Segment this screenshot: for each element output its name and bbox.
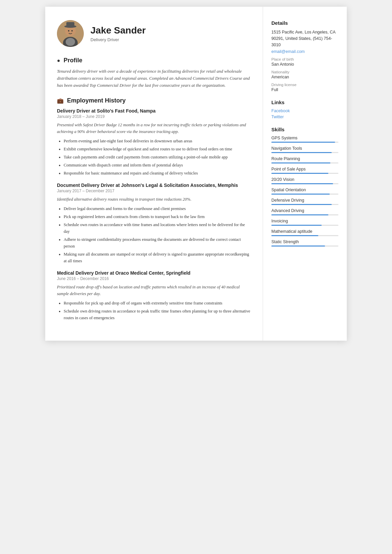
detail-address: 1515 Pacific Ave, Los Angeles, CA 90291,… xyxy=(271,29,338,48)
skill-bar-fill xyxy=(271,204,332,205)
skill-bar-background xyxy=(271,225,338,226)
list-item: Making sure all documents are stamped or… xyxy=(64,251,251,264)
skill-name: Navigation Tools xyxy=(271,146,338,151)
skill-bar-fill xyxy=(271,162,330,163)
skill-bar-fill xyxy=(271,183,333,184)
list-item: Schedule own routes in accordance with t… xyxy=(64,221,251,235)
list-item: Responsible for pick up and drop off of … xyxy=(64,300,251,306)
job-2-description: Identified alternative delivery routes r… xyxy=(57,196,251,203)
place-of-birth-label: Place of birth xyxy=(271,57,338,61)
candidate-subtitle: Delivery Driver xyxy=(90,37,146,42)
profile-label: Profile xyxy=(64,57,82,64)
place-of-birth-value: San Antonio xyxy=(271,62,338,67)
details-heading: Details xyxy=(271,20,338,26)
left-column: Jake Sander Delivery Driver ● Profile Te… xyxy=(45,7,263,341)
skill-name: Advanced Driving xyxy=(271,208,338,213)
facebook-link[interactable]: Facebook xyxy=(271,109,338,113)
employment-label: Employment History xyxy=(67,97,126,104)
nationality-value: American xyxy=(271,75,338,79)
skill-name: Invoicing xyxy=(271,219,338,223)
skills-heading: Skills xyxy=(271,127,338,132)
skill-name: GPS Systems xyxy=(271,136,338,140)
profile-text: Tenured delivery driver with over a deca… xyxy=(57,68,251,89)
skill-item: Invoicing xyxy=(271,219,338,226)
job-1: Delivery Driver at Solito's Fast Food, N… xyxy=(57,108,251,177)
skill-name: Static Strength xyxy=(271,239,338,244)
detail-email: email@email.com xyxy=(271,49,338,54)
list-item: Perform evening and late-night fast food… xyxy=(64,138,251,144)
job-1-description: Presented with Safest Driver Badge 12 mo… xyxy=(57,122,251,135)
list-item: Exhibit comprehensive knowledge of quick… xyxy=(64,146,251,152)
skill-bar-background xyxy=(271,173,338,174)
skill-bar-fill xyxy=(271,152,332,153)
job-2-title: Document Delivery Driver at Johnson's Le… xyxy=(57,183,251,188)
list-item: Responsible for basic maintenance and re… xyxy=(64,170,251,177)
skill-name: Route Planning xyxy=(271,156,338,161)
header-text: Jake Sander Delivery Driver xyxy=(90,25,146,42)
skill-item: GPS Systems xyxy=(271,136,338,143)
skill-name: 20/20 Vision xyxy=(271,177,338,182)
skill-bar-fill xyxy=(271,235,318,236)
job-3: Medical Delivery Driver at Oraco Medical… xyxy=(57,270,251,321)
list-item: Schedule own driving routes in accordanc… xyxy=(64,308,251,321)
nationality-label: Nationality xyxy=(271,70,338,74)
skill-bar-fill xyxy=(271,194,330,195)
job-2: Document Delivery Driver at Johnson's Le… xyxy=(57,183,251,264)
skill-item: Route Planning xyxy=(271,156,338,163)
job-2-dates: January 2017 – December 2017 xyxy=(57,189,251,193)
skill-bar-fill xyxy=(271,225,322,226)
twitter-link[interactable]: Twitter xyxy=(271,115,338,119)
avatar-illustration xyxy=(57,20,84,47)
skill-item: 20/20 Vision xyxy=(271,177,338,184)
skill-item: Static Strength xyxy=(271,239,338,247)
skill-bar-background xyxy=(271,162,338,163)
list-item: Pick up registered letters and contracts… xyxy=(64,213,251,220)
profile-icon: ● xyxy=(57,58,60,64)
profile-heading: ● Profile xyxy=(57,57,251,64)
skill-bar-background xyxy=(271,152,338,153)
skill-name: Defensive Driving xyxy=(271,198,338,203)
list-item: Take cash payments and credit card payme… xyxy=(64,154,251,160)
job-3-description: Prioritized route drop off's based on lo… xyxy=(57,284,251,297)
skill-bar-fill xyxy=(271,142,335,143)
skill-item: Point of Sale Apps xyxy=(271,167,338,174)
skill-name: Point of Sale Apps xyxy=(271,167,338,171)
employment-heading: 💼 Employment History xyxy=(57,97,251,104)
resume-container: Jake Sander Delivery Driver ● Profile Te… xyxy=(45,7,347,341)
employment-icon: 💼 xyxy=(57,97,64,104)
job-1-bullets: Perform evening and late-night fast food… xyxy=(57,138,251,177)
skill-bar-background xyxy=(271,246,338,247)
skill-bar-background xyxy=(271,194,338,195)
job-2-bullets: Deliver legal documents and forms to the… xyxy=(57,205,251,264)
svg-rect-5 xyxy=(66,22,74,27)
job-3-title: Medical Delivery Driver at Oraco Medical… xyxy=(57,270,251,276)
skill-bar-background xyxy=(271,183,338,184)
skill-bar-background xyxy=(271,142,338,143)
svg-point-6 xyxy=(68,30,69,31)
avatar xyxy=(57,20,84,47)
skill-item: Navigation Tools xyxy=(271,146,338,153)
candidate-name: Jake Sander xyxy=(90,25,146,36)
job-3-dates: June 2016 – December 2016 xyxy=(57,276,251,281)
svg-point-2 xyxy=(66,38,75,46)
skill-item: Defensive Driving xyxy=(271,198,338,205)
skill-item: Advanced Driving xyxy=(271,208,338,215)
skills-list: GPS Systems Navigation Tools Route Plann… xyxy=(271,136,338,247)
skill-bar-background xyxy=(271,214,338,215)
skill-bar-fill xyxy=(271,214,328,215)
list-item: Adhere to stringent confidentiality proc… xyxy=(64,236,251,250)
header: Jake Sander Delivery Driver xyxy=(57,20,251,47)
right-column: Details 1515 Pacific Ave, Los Angeles, C… xyxy=(263,7,347,341)
skill-bar-background xyxy=(271,235,338,236)
list-item: Deliver legal documents and forms to the… xyxy=(64,205,251,212)
skill-bar-background xyxy=(271,204,338,205)
job-1-dates: January 2018 – June 2019 xyxy=(57,114,251,119)
job-3-bullets: Responsible for pick up and drop off of … xyxy=(57,300,251,321)
skill-name: Mathematical aptitude xyxy=(271,229,338,234)
svg-point-7 xyxy=(71,30,73,31)
skill-item: Mathematical aptitude xyxy=(271,229,338,236)
driving-license-label: Driving license xyxy=(271,83,338,87)
job-1-title: Delivery Driver at Solito's Fast Food, N… xyxy=(57,108,251,114)
skill-bar-fill xyxy=(271,173,328,174)
skill-item: Spatial Orientation xyxy=(271,188,338,195)
